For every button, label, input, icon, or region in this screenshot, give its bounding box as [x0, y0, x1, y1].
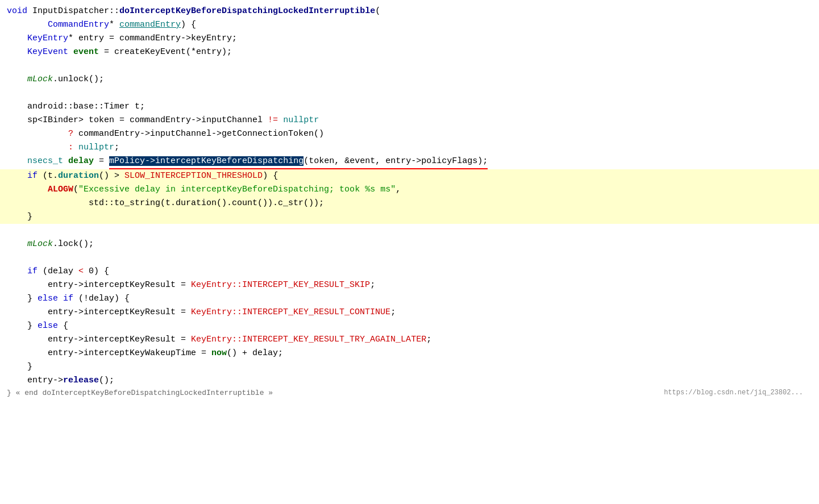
code-line-19 [0, 251, 819, 265]
code-line-28: entry->release(); [0, 374, 819, 388]
code-line-10: ? commandEntry->inputChannel->getConnect… [0, 127, 819, 141]
code-line-4: KeyEvent event = createKeyEvent(*entry); [0, 45, 819, 59]
keyword-void: void [7, 6, 27, 16]
footer-url: https://blog.csdn.net/jiq_23802... [664, 388, 812, 399]
class-name: InputDispatcher:: [32, 6, 119, 16]
code-line-9: sp<IBinder> token = commandEntry->inputC… [0, 114, 819, 127]
code-line-1: void InputDispatcher::doInterceptKeyBefo… [0, 5, 819, 18]
code-line-2: CommandEntry* commandEntry) { [0, 18, 819, 32]
code-viewer: void InputDispatcher::doInterceptKeyBefo… [0, 0, 819, 404]
red-underline-region: mPolicy->interceptKeyBeforeDispatching(t… [109, 155, 488, 169]
selection-highlight: mPolicy->interceptKeyBeforeDispatching [109, 156, 304, 166]
code-line-23: entry->interceptKeyResult = KeyEntry::IN… [0, 306, 819, 319]
code-line-25: entry->interceptKeyResult = KeyEntry::IN… [0, 333, 819, 347]
code-line-6: mLock.unlock(); [0, 73, 819, 86]
code-line-16: } [0, 210, 819, 224]
code-line-11: : nullptr; [0, 141, 819, 155]
code-line-24: } else { [0, 319, 819, 333]
code-line-29: } « end doInterceptKeyBeforeDispatchingL… [0, 388, 819, 399]
code-line-21: entry->interceptKeyResult = KeyEntry::IN… [0, 278, 819, 292]
code-line-18: mLock.lock(); [0, 238, 819, 251]
code-line-14: ALOGW("Excessive delay in interceptKeyBe… [0, 183, 819, 197]
code-line-7 [0, 86, 819, 100]
code-line-12: nsecs_t delay = mPolicy->interceptKeyBef… [0, 155, 819, 169]
code-line-17 [0, 224, 819, 238]
code-line-5 [0, 59, 819, 73]
code-line-15: std::to_string(t.duration().count()).c_s… [0, 197, 819, 210]
code-line-8: android::base::Timer t; [0, 100, 819, 114]
code-line-22: } else if (!delay) { [0, 292, 819, 306]
code-line-3: KeyEntry* entry = commandEntry->keyEntry… [0, 32, 819, 45]
code-line-20: if (delay < 0) { [0, 265, 819, 278]
end-comment: } « end doInterceptKeyBeforeDispatchingL… [7, 388, 273, 399]
code-line-13: if (t.duration() > SLOW_INTERCEPTION_THR… [0, 169, 819, 183]
function-name: doInterceptKeyBeforeDispatchingLockedInt… [119, 6, 375, 16]
code-line-27: } [0, 360, 819, 374]
code-line-26: entry->interceptKeyWakeupTime = now() + … [0, 347, 819, 360]
